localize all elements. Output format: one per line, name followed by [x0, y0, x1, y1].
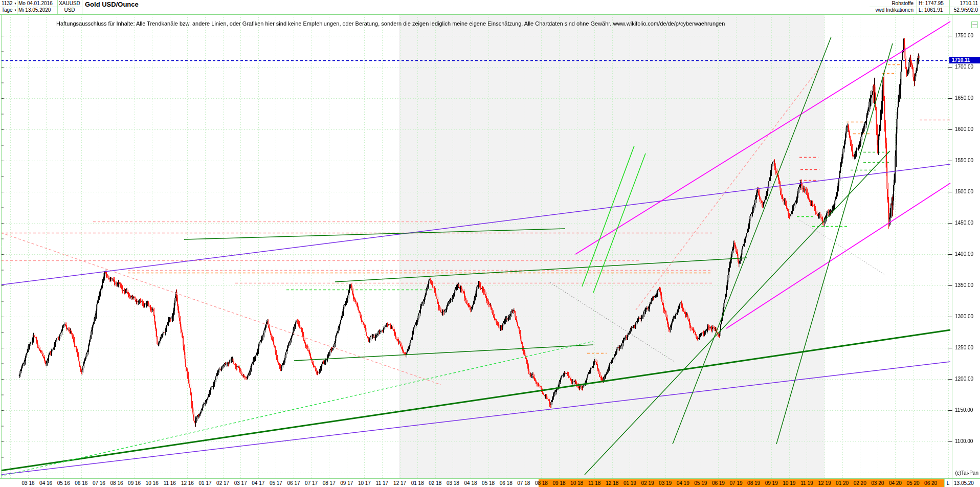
price-tick-label: 1650.00	[955, 95, 973, 101]
date-tick-label: 06 17	[287, 480, 300, 486]
date-tick-label: 09 16	[128, 480, 141, 486]
header-midline	[870, 7, 980, 7]
date-tick-label: 03 20	[871, 480, 884, 486]
chevron-down-icon: ▼	[14, 9, 16, 12]
price-tick-label: 1100.00	[955, 438, 973, 444]
date-tick-label: 09 18	[552, 480, 565, 486]
date-tick-label: 09 17	[340, 480, 353, 486]
date-tick-label: 04 18	[464, 480, 477, 486]
last-price-header: 1710.11	[951, 0, 978, 7]
date-tick-label: 10 16	[146, 480, 159, 486]
period-high-label: H: 1747.95	[919, 0, 948, 7]
price-tick-label: 1750.00	[955, 33, 973, 38]
date-from: Mo 04.01.2016	[18, 0, 57, 7]
date-tick-label: 10 17	[358, 480, 371, 486]
date-tick-label: 05 18	[482, 480, 495, 486]
date-axis[interactable]: L 13.05.20 03 1604 1605 1606 1607 1608 1…	[0, 478, 980, 487]
date-tick-label: 02 18	[429, 480, 441, 486]
price-tick-label: 1350.00	[955, 282, 973, 288]
header-midline	[0, 7, 82, 7]
date-tick-label: 06 20	[924, 480, 937, 486]
date-tick-label: 11 19	[800, 480, 813, 486]
currency-label: USD	[57, 7, 82, 13]
price-tick-label: 1450.00	[955, 220, 973, 226]
cursor-date-label: 13.05.20	[954, 480, 974, 486]
date-tick-label: 04 17	[252, 480, 264, 486]
date-tick-label: 08 16	[110, 480, 123, 486]
price-tick-label: 1200.00	[955, 376, 973, 382]
price-tick-label: 1250.00	[955, 345, 973, 350]
date-tick-label: 05 19	[694, 480, 707, 486]
price-tick-label: 1150.00	[955, 407, 973, 413]
date-tick-label: 10 19	[783, 480, 795, 486]
disclaimer-text: Haftungsausschluss für Inhalte: Alle Tre…	[56, 20, 725, 27]
date-tick-label: 11 18	[588, 480, 600, 486]
date-tick-label: 12 16	[181, 480, 194, 486]
price-tick-label: 1600.00	[955, 126, 973, 132]
page-title: Gold USD/Ounce	[85, 1, 139, 8]
date-tick-label: 08 17	[323, 480, 336, 486]
date-tick-label: 07 17	[305, 480, 318, 486]
collapse-pane-icon[interactable]: —	[971, 21, 978, 28]
taipan-chart-window: 1132 ▼ Tage ▼ Mo 04.01.2016 Mi 13.05.202…	[0, 0, 980, 487]
chart-header: 1132 ▼ Tage ▼ Mo 04.01.2016 Mi 13.05.202…	[0, 0, 980, 14]
source-label: vwd Indikationen	[870, 7, 914, 13]
date-tick-label: 12 19	[818, 480, 831, 486]
price-tick-label: 1300.00	[955, 314, 973, 319]
date-tick-label: 11 16	[164, 480, 176, 486]
date-tick-label: 09 19	[765, 480, 778, 486]
date-tick-label: 12 17	[393, 480, 406, 486]
date-tick-label: 04 16	[39, 480, 52, 486]
scale-mode-label[interactable]: L	[945, 480, 951, 486]
date-tick-label: 10 18	[570, 480, 583, 486]
date-tick-label: 02 20	[854, 480, 866, 486]
date-tick-label: 05 16	[57, 480, 70, 486]
date-to: Mi 13.05.2020	[18, 7, 57, 13]
date-tick-label: 03 16	[21, 480, 34, 486]
symbol-label: XAUUSD	[57, 0, 82, 7]
price-axis[interactable]: 1750.001700.001650.001600.001550.001500.…	[952, 14, 980, 478]
copyright-label: (c)Tai-Pan	[955, 470, 978, 476]
price-tick-label: 1400.00	[955, 251, 973, 257]
category-label: Rohstoffe	[870, 0, 914, 7]
date-tick-label: 07 18	[517, 480, 530, 486]
date-tick-label: 06 18	[500, 480, 513, 486]
date-tick-label: 06 16	[75, 480, 87, 486]
date-tick-label: 01 18	[411, 480, 424, 486]
price-tick-label: 1500.00	[955, 189, 973, 194]
price-tick-label: 1550.00	[955, 158, 973, 163]
date-tick-label: 03 19	[659, 480, 672, 486]
date-tick-label: 02 19	[641, 480, 654, 486]
date-tick-label: 07 19	[729, 480, 742, 486]
date-tick-label: 04 19	[677, 480, 689, 486]
price-tick-label: 1700.00	[955, 64, 973, 70]
footer-divider	[952, 479, 952, 487]
date-tick-label: 06 19	[712, 480, 725, 486]
date-tick-label: 08 18	[535, 480, 548, 486]
date-tick-label: 11 17	[376, 480, 388, 486]
date-tick-label: 03 17	[234, 480, 247, 486]
date-tick-label: 12 18	[606, 480, 618, 486]
chevron-down-icon: ▼	[14, 2, 16, 5]
date-tick-label: 05 17	[270, 480, 282, 486]
date-tick-label: 04 20	[889, 480, 902, 486]
period-low-label: L: 1061.91	[919, 7, 948, 13]
period-value: Tage	[2, 7, 13, 13]
bars-count-value: 1132	[2, 1, 13, 6]
date-tick-label: 03 18	[447, 480, 459, 486]
indicator-values: 52.9/592.0	[951, 7, 978, 13]
date-tick-label: 01 17	[198, 480, 211, 486]
date-tick-label: 08 19	[747, 480, 760, 486]
date-tick-label: 07 16	[93, 480, 105, 486]
header-divider	[82, 0, 82, 14]
price-chart-canvas[interactable]	[0, 0, 980, 487]
bars-count-dropdown[interactable]: 1132 ▼	[2, 0, 16, 7]
last-price-badge: 1710.11	[949, 57, 980, 63]
date-tick-label: 01 20	[836, 480, 849, 486]
date-tick-label: 05 20	[906, 480, 919, 486]
date-tick-label: 02 17	[216, 480, 229, 486]
period-dropdown[interactable]: Tage ▼	[2, 7, 16, 13]
date-tick-label: 01 19	[623, 480, 636, 486]
